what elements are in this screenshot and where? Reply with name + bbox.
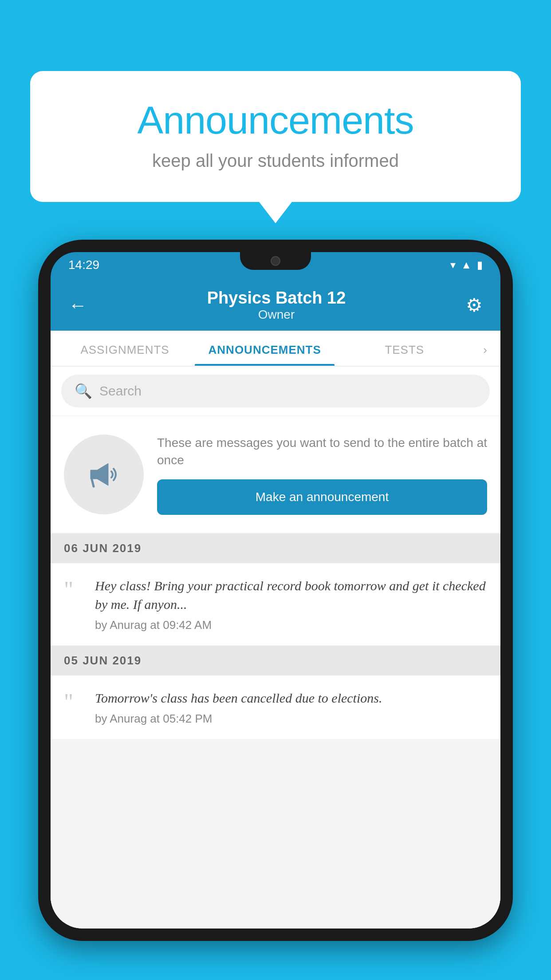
date-label-2: 05 JUN 2019 [64,654,142,668]
speech-bubble-subtitle: keep all your students informed [66,151,485,171]
front-camera [271,256,280,266]
announcement-meta-2: by Anurag at 05:42 PM [95,712,487,726]
tab-assignments[interactable]: ASSIGNMENTS [55,331,195,366]
header-title-block: Physics Batch 12 Owner [87,288,466,322]
phone-notch [240,252,311,270]
tabs-more[interactable]: › [474,331,496,366]
announcement-item-1[interactable]: " Hey class! Bring your practical record… [51,563,500,646]
header-title: Physics Batch 12 [87,288,466,308]
announcement-meta-1: by Anurag at 09:42 AM [95,618,487,632]
header-subtitle: Owner [87,308,466,322]
megaphone-icon [84,454,124,494]
battery-icon: ▮ [477,259,483,271]
speech-bubble-title: Announcements [66,98,485,143]
announcement-text-1: Hey class! Bring your practical record b… [95,577,487,614]
date-section-1: 06 JUN 2019 [51,533,500,563]
settings-button[interactable]: ⚙ [466,294,483,316]
announcement-text-2: Tomorrow's class has been cancelled due … [95,689,487,707]
phone-outer-frame: 14:29 ▾ ▲ ▮ ← Physics Batch 12 Owner ⚙ [38,240,513,941]
search-icon: 🔍 [75,383,92,399]
promo-icon-circle [64,435,144,514]
make-announcement-button[interactable]: Make an announcement [157,479,487,515]
speech-bubble-section: Announcements keep all your students inf… [30,71,521,202]
tabs-bar: ASSIGNMENTS ANNOUNCEMENTS TESTS › [51,331,500,367]
announcement-item-2[interactable]: " Tomorrow's class has been cancelled du… [51,676,500,739]
search-bar-container: 🔍 Search [51,367,500,415]
phone-device: 14:29 ▾ ▲ ▮ ← Physics Batch 12 Owner ⚙ [38,240,513,980]
signal-icon: ▲ [461,259,472,271]
app-screen: ← Physics Batch 12 Owner ⚙ ASSIGNMENTS A… [51,278,500,929]
announcement-content-2: Tomorrow's class has been cancelled due … [95,689,487,726]
status-icons: ▾ ▲ ▮ [450,259,483,271]
tab-announcements[interactable]: ANNOUNCEMENTS [195,331,335,366]
speech-bubble-card: Announcements keep all your students inf… [30,71,521,202]
announcement-content-1: Hey class! Bring your practical record b… [95,577,487,632]
svg-line-1 [92,479,94,486]
tab-tests[interactable]: TESTS [335,331,474,366]
search-placeholder-text: Search [99,383,142,399]
date-label-1: 06 JUN 2019 [64,541,142,555]
quote-icon-1: " [64,578,86,601]
promo-description: These are messages you want to send to t… [157,434,487,469]
content-area: 🔍 Search [51,367,500,929]
quote-icon-2: " [64,691,86,714]
back-button[interactable]: ← [68,295,87,316]
search-bar[interactable]: 🔍 Search [61,375,490,407]
status-time: 14:29 [68,258,99,272]
promo-right: These are messages you want to send to t… [157,434,487,515]
promo-block: These are messages you want to send to t… [51,416,500,533]
app-header: ← Physics Batch 12 Owner ⚙ [51,278,500,331]
wifi-icon: ▾ [450,259,456,271]
date-section-2: 05 JUN 2019 [51,646,500,676]
